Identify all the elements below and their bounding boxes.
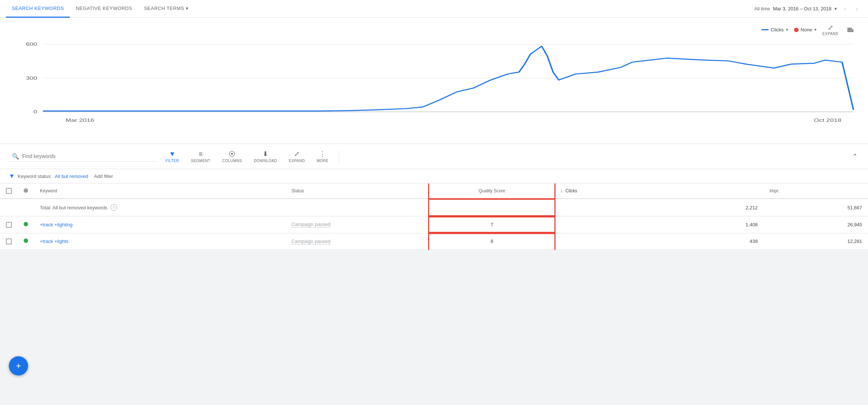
keyword-toolbar: 🔍 ▼ FILTER ≡ SEGMENT ⦿ COLUMNS ⬇ DOWNLOA… xyxy=(0,144,868,169)
svg-text:Mar 2016: Mar 2016 xyxy=(65,117,94,123)
chevron-down-icon: ▾ xyxy=(186,6,189,11)
row-checkbox-cell-0[interactable] xyxy=(0,216,18,233)
filter-button[interactable]: ▼ FILTER xyxy=(163,149,182,164)
status-dot-0 xyxy=(24,222,28,226)
clicks-legend-dropdown-icon[interactable]: ▾ xyxy=(786,27,788,32)
more-button[interactable]: ⋮ MORE xyxy=(314,148,331,164)
status-dot-header-icon xyxy=(24,188,28,193)
chevron-up-icon: ⌃ xyxy=(852,152,858,161)
filter-bar: ▼ Keyword status: All but removed Add fi… xyxy=(0,169,868,183)
status-dot-header xyxy=(18,183,34,199)
table-row: +track +lighting Campaign paused 7 1,408… xyxy=(0,216,868,233)
segment-icon: ≡ xyxy=(199,150,203,158)
filter-label: FILTER xyxy=(165,159,179,163)
row-checkbox-0[interactable] xyxy=(6,222,12,228)
chart-container: Clicks ▾ None ▾ ⤢ EXPAND 600 300 0 xyxy=(0,18,868,144)
total-dot-cell xyxy=(18,199,34,216)
clicks-legend-label: Clicks xyxy=(771,27,784,32)
row-clicks-1: 439 xyxy=(554,233,763,250)
row-quality-score-0: 7 xyxy=(429,216,554,233)
chart-svg: 600 300 0 Mar 2016 Oct 2018 xyxy=(9,40,859,144)
quality-score-column-header[interactable]: Quality Score xyxy=(429,183,554,199)
columns-icon: ⦿ xyxy=(229,150,235,158)
select-all-header[interactable] xyxy=(0,183,18,199)
expand-icon: ⤢ xyxy=(828,24,833,32)
chart-settings-button[interactable] xyxy=(844,24,856,36)
row-status-dot-cell-0 xyxy=(18,216,34,233)
more-label: MORE xyxy=(317,159,328,163)
active-filter-icon: ▼ xyxy=(9,173,15,179)
row-quality-score-1: 8 xyxy=(429,233,554,250)
status-column-header[interactable]: Status xyxy=(286,183,429,199)
none-legend-dot xyxy=(794,28,799,32)
status-dot-1 xyxy=(24,238,28,243)
sort-desc-icon: ↓ xyxy=(560,188,563,193)
none-legend-label: None xyxy=(801,27,812,32)
filter-value[interactable]: All but removed xyxy=(55,174,88,179)
keywords-table-container: Keyword Status Quality Score ↓ Clicks Im… xyxy=(0,183,868,250)
svg-text:0: 0 xyxy=(33,109,37,114)
chart-expand-button[interactable]: ⤢ EXPAND xyxy=(823,24,838,36)
total-checkbox-cell xyxy=(0,199,18,216)
expand-icon: ⤢ xyxy=(294,150,300,158)
columns-button[interactable]: ⦿ COLUMNS xyxy=(219,149,245,164)
clicks-legend-item[interactable]: Clicks ▾ xyxy=(761,27,788,32)
row-checkbox-cell-1[interactable] xyxy=(0,233,18,250)
total-status-cell xyxy=(286,199,429,216)
tab-negative-keywords[interactable]: NEGATIVE KEYWORDS xyxy=(70,0,138,18)
select-all-checkbox[interactable] xyxy=(6,188,12,194)
total-quality-score-cell xyxy=(429,199,554,216)
impressions-column-header[interactable]: Impr. xyxy=(763,183,868,199)
expand-label: EXPAND xyxy=(289,159,305,163)
collapse-chart-button[interactable]: ⌃ xyxy=(851,151,859,162)
tab-search-terms[interactable]: SEARCH TERMS ▾ xyxy=(138,0,195,18)
date-chevron-icon: ▾ xyxy=(834,6,837,11)
total-clicks-cell: 2,212 xyxy=(554,199,763,216)
row-keyword-1[interactable]: +track +lights xyxy=(34,233,286,250)
keyword-search-input[interactable] xyxy=(22,153,154,159)
date-value: Mar 3, 2016 – Oct 13, 2018 xyxy=(773,6,831,11)
row-status-dot-cell-1 xyxy=(18,233,34,250)
total-row: Total: All but removed keywords ? 2,212 … xyxy=(0,199,868,216)
row-checkbox-1[interactable] xyxy=(6,238,12,244)
clicks-column-header[interactable]: ↓ Clicks xyxy=(554,183,763,199)
row-status-0: Campaign paused xyxy=(286,216,429,233)
add-filter-button[interactable]: Add filter xyxy=(94,174,113,179)
columns-label: COLUMNS xyxy=(222,159,242,163)
tab-search-keywords[interactable]: SEARCH KEYWORDS xyxy=(6,0,70,18)
row-clicks-0: 1,408 xyxy=(554,216,763,233)
top-nav: SEARCH KEYWORDS NEGATIVE KEYWORDS SEARCH… xyxy=(0,0,868,18)
none-legend-dropdown-icon[interactable]: ▾ xyxy=(814,27,817,32)
toolbar-divider xyxy=(339,151,339,162)
total-label: Total: All but removed keywords xyxy=(40,205,107,210)
filter-prefix: Keyword status: xyxy=(18,174,52,179)
expand-button[interactable]: ⤢ EXPAND xyxy=(286,148,308,164)
none-legend-item[interactable]: None ▾ xyxy=(794,27,817,32)
next-period-button[interactable]: › xyxy=(852,4,862,14)
keyword-search-box[interactable]: 🔍 xyxy=(9,151,157,162)
download-icon: ⬇ xyxy=(263,150,268,158)
table-row: +track +lights Campaign paused 8 439 12,… xyxy=(0,233,868,250)
svg-text:Oct 2018: Oct 2018 xyxy=(814,117,841,123)
keyword-column-header[interactable]: Keyword xyxy=(34,183,286,199)
search-icon: 🔍 xyxy=(12,153,19,160)
keywords-table: Keyword Status Quality Score ↓ Clicks Im… xyxy=(0,183,868,250)
date-range-selector[interactable]: All time Mar 3, 2016 – Oct 13, 2018 ▾ xyxy=(754,6,837,11)
segment-label: SEGMENT xyxy=(191,159,211,163)
segment-button[interactable]: ≡ SEGMENT xyxy=(188,149,213,164)
row-status-1: Campaign paused xyxy=(286,233,429,250)
filter-icon: ▼ xyxy=(169,150,175,158)
download-button[interactable]: ⬇ DOWNLOAD xyxy=(251,148,280,164)
chart-area: 600 300 0 Mar 2016 Oct 2018 xyxy=(9,40,859,144)
prev-period-button[interactable]: ‹ xyxy=(840,4,850,14)
download-label: DOWNLOAD xyxy=(254,159,277,163)
status-text-1: Campaign paused xyxy=(291,238,331,244)
status-text-0: Campaign paused xyxy=(291,222,331,227)
svg-text:600: 600 xyxy=(26,42,37,47)
clicks-legend-line xyxy=(761,29,769,30)
date-label: All time xyxy=(754,6,770,11)
total-help-icon[interactable]: ? xyxy=(110,204,117,211)
row-keyword-0[interactable]: +track +lighting xyxy=(34,216,286,233)
chart-legend: Clicks ▾ None ▾ ⤢ EXPAND xyxy=(9,24,859,36)
expand-label: EXPAND xyxy=(823,32,838,36)
